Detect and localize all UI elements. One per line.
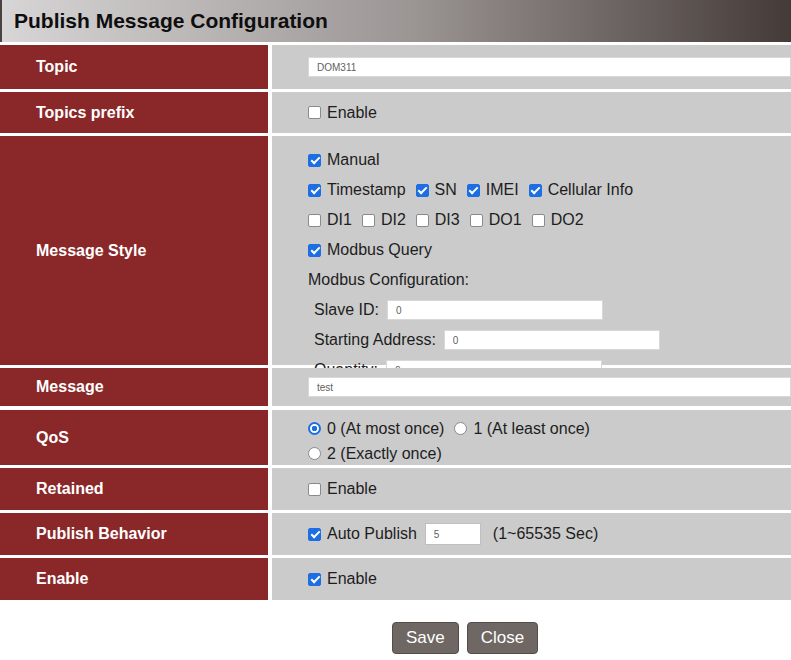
imei-checkbox[interactable] [467, 184, 480, 197]
modbus-configuration-heading: Modbus Configuration: [308, 265, 791, 295]
qos-2-radio[interactable] [308, 447, 321, 460]
close-button[interactable]: Close [467, 622, 538, 654]
imei-text: IMEI [486, 181, 519, 199]
topic-input[interactable] [308, 57, 791, 77]
do1-checkbox[interactable] [470, 214, 483, 227]
enable-enable-option[interactable]: Enable [308, 570, 377, 588]
style-line-manual: Manual [308, 145, 791, 175]
di1-checkbox[interactable] [308, 214, 321, 227]
topics-prefix-row: Topics prefix Enable [0, 92, 791, 133]
qos-1-text: 1 (At least once) [473, 420, 590, 438]
slave-id-field: Slave ID: [314, 295, 791, 325]
imei-option[interactable]: IMEI [467, 181, 519, 199]
timestamp-checkbox[interactable] [308, 184, 321, 197]
do1-text: DO1 [489, 211, 522, 229]
sn-text: SN [435, 181, 457, 199]
publish-behavior-row: Publish Behavior Auto Publish (1~65535 S… [0, 513, 791, 555]
slave-id-input[interactable] [387, 300, 603, 320]
starting-address-input[interactable] [444, 330, 660, 350]
retained-label: Retained [0, 468, 268, 510]
topics-prefix-label: Topics prefix [0, 92, 268, 133]
do2-option[interactable]: DO2 [532, 211, 584, 229]
manual-checkbox[interactable] [308, 154, 321, 167]
qos-1-option[interactable]: 1 (At least once) [454, 420, 590, 438]
message-style-label: Message Style [0, 136, 268, 365]
cellular-info-option[interactable]: Cellular Info [529, 181, 633, 199]
cellular-info-checkbox[interactable] [529, 184, 542, 197]
qos-0-option[interactable]: 0 (At most once) [308, 420, 444, 438]
di2-checkbox[interactable] [362, 214, 375, 227]
di2-option[interactable]: DI2 [362, 211, 406, 229]
retained-enable-option[interactable]: Enable [308, 480, 377, 498]
enable-enable-checkbox[interactable] [308, 573, 321, 586]
manual-option[interactable]: Manual [308, 151, 379, 169]
sn-option[interactable]: SN [416, 181, 457, 199]
qos-content: 0 (At most once) 1 (At least once) 2 (Ex… [272, 410, 791, 465]
qos-line-1: 0 (At most once) 1 (At least once) [308, 416, 791, 441]
modbus-query-text: Modbus Query [327, 241, 432, 259]
topics-prefix-content: Enable [272, 92, 791, 133]
auto-publish-option[interactable]: Auto Publish [308, 525, 417, 543]
topics-prefix-enable-text: Enable [327, 104, 377, 122]
starting-address-label: Starting Address: [314, 331, 436, 349]
di3-option[interactable]: DI3 [416, 211, 460, 229]
auto-publish-text: Auto Publish [327, 525, 417, 543]
retained-enable-text: Enable [327, 480, 377, 498]
modbus-query-option[interactable]: Modbus Query [308, 241, 432, 259]
publish-message-configuration-page: Publish Message Configuration Topic Topi… [0, 0, 791, 654]
slave-id-label: Slave ID: [314, 301, 379, 319]
di3-checkbox[interactable] [416, 214, 429, 227]
do2-checkbox[interactable] [532, 214, 545, 227]
action-buttons: Save Close [0, 622, 791, 654]
message-style-content: Manual Timestamp SN IMEI Cell [272, 136, 791, 365]
di1-option[interactable]: DI1 [308, 211, 352, 229]
qos-0-text: 0 (At most once) [327, 420, 444, 438]
auto-publish-interval-input[interactable] [425, 523, 481, 545]
style-line-metadata: Timestamp SN IMEI Cellular Info [308, 175, 791, 205]
auto-publish-range-hint: (1~65535 Sec) [493, 525, 598, 543]
qos-2-text: 2 (Exactly once) [327, 445, 442, 463]
timestamp-option[interactable]: Timestamp [308, 181, 406, 199]
qos-label: QoS [0, 410, 268, 465]
starting-address-field: Starting Address: [314, 325, 791, 355]
modbus-query-checkbox[interactable] [308, 244, 321, 257]
topics-prefix-enable-checkbox[interactable] [308, 106, 321, 119]
page-header: Publish Message Configuration [0, 0, 791, 42]
style-line-modbus-query: Modbus Query [308, 235, 791, 265]
message-content [272, 368, 791, 406]
di1-text: DI1 [327, 211, 352, 229]
enable-row: Enable Enable [0, 558, 791, 600]
message-row: Message [0, 368, 791, 406]
manual-text: Manual [327, 151, 379, 169]
enable-enable-text: Enable [327, 570, 377, 588]
di2-text: DI2 [381, 211, 406, 229]
style-line-io: DI1 DI2 DI3 DO1 DO2 [308, 205, 791, 235]
message-style-row: Message Style Manual Timestamp SN [0, 136, 791, 365]
qos-2-option[interactable]: 2 (Exactly once) [308, 445, 442, 463]
save-button[interactable]: Save [392, 622, 459, 654]
message-label: Message [0, 368, 268, 406]
retained-row: Retained Enable [0, 468, 791, 510]
topics-prefix-enable-option[interactable]: Enable [308, 104, 377, 122]
topic-row: Topic [0, 45, 791, 89]
qos-row: QoS 0 (At most once) 1 (At least once) 2… [0, 410, 791, 465]
di3-text: DI3 [435, 211, 460, 229]
page-title: Publish Message Configuration [2, 9, 328, 33]
do2-text: DO2 [551, 211, 584, 229]
publish-behavior-content: Auto Publish (1~65535 Sec) [272, 513, 791, 555]
topic-content [272, 45, 791, 89]
sn-checkbox[interactable] [416, 184, 429, 197]
enable-label: Enable [0, 558, 268, 600]
retained-enable-checkbox[interactable] [308, 483, 321, 496]
do1-option[interactable]: DO1 [470, 211, 522, 229]
publish-behavior-label: Publish Behavior [0, 513, 268, 555]
qos-0-radio[interactable] [308, 422, 321, 435]
qos-1-radio[interactable] [454, 422, 467, 435]
qos-line-2: 2 (Exactly once) [308, 441, 791, 466]
message-input[interactable] [308, 377, 791, 397]
auto-publish-checkbox[interactable] [308, 528, 321, 541]
topic-label: Topic [0, 45, 268, 89]
timestamp-text: Timestamp [327, 181, 406, 199]
retained-content: Enable [272, 468, 791, 510]
enable-content: Enable [272, 558, 791, 600]
